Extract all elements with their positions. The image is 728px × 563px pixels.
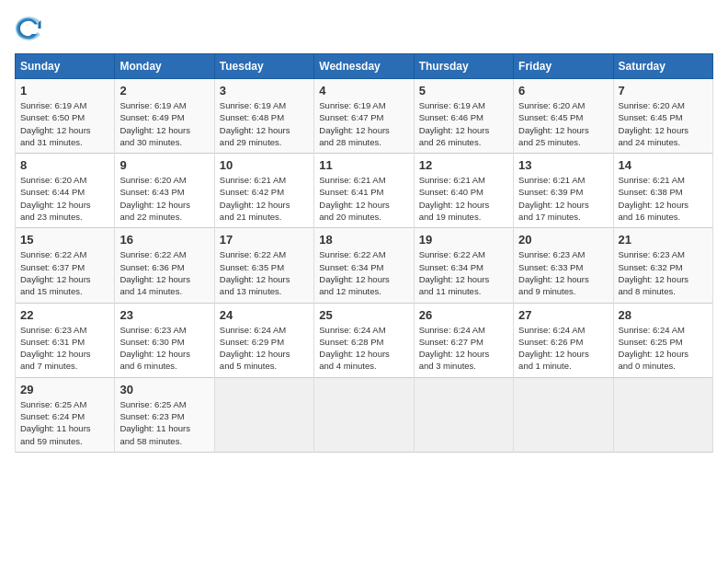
- header-cell-saturday: Saturday: [613, 54, 712, 79]
- day-info: Sunrise: 6:19 AM Sunset: 6:48 PM Dayligh…: [220, 99, 309, 148]
- day-number: 6: [518, 84, 608, 98]
- day-number: 26: [419, 308, 508, 322]
- day-info: Sunrise: 6:23 AM Sunset: 6:33 PM Dayligh…: [518, 248, 608, 297]
- calendar-container: SundayMondayTuesdayWednesdayThursdayFrid…: [0, 0, 728, 462]
- day-cell: 18Sunrise: 6:22 AM Sunset: 6:34 PM Dayli…: [314, 228, 414, 303]
- day-number: 2: [119, 84, 209, 98]
- day-info: Sunrise: 6:19 AM Sunset: 6:47 PM Dayligh…: [319, 99, 408, 148]
- day-number: 7: [619, 84, 708, 98]
- calendar-header: SundayMondayTuesdayWednesdayThursdayFrid…: [16, 54, 713, 79]
- day-info: Sunrise: 6:20 AM Sunset: 6:44 PM Dayligh…: [20, 174, 109, 223]
- day-info: Sunrise: 6:21 AM Sunset: 6:42 PM Dayligh…: [220, 174, 309, 223]
- day-cell: 19Sunrise: 6:22 AM Sunset: 6:34 PM Dayli…: [414, 228, 513, 303]
- day-cell: 22Sunrise: 6:23 AM Sunset: 6:31 PM Dayli…: [16, 303, 115, 377]
- day-info: Sunrise: 6:23 AM Sunset: 6:32 PM Dayligh…: [619, 248, 708, 297]
- day-number: 12: [419, 158, 508, 172]
- day-info: Sunrise: 6:19 AM Sunset: 6:46 PM Dayligh…: [419, 99, 508, 148]
- header-cell-sunday: Sunday: [16, 54, 115, 79]
- day-cell: 12Sunrise: 6:21 AM Sunset: 6:40 PM Dayli…: [414, 154, 513, 228]
- header: [15, 15, 713, 42]
- calendar-body: 1Sunrise: 6:19 AM Sunset: 6:50 PM Daylig…: [16, 79, 713, 453]
- day-info: Sunrise: 6:20 AM Sunset: 6:43 PM Dayligh…: [119, 174, 209, 223]
- day-cell: [414, 377, 513, 452]
- day-number: 18: [319, 233, 408, 247]
- week-row-3: 15Sunrise: 6:22 AM Sunset: 6:37 PM Dayli…: [16, 228, 713, 303]
- day-cell: [613, 377, 712, 452]
- day-cell: 1Sunrise: 6:19 AM Sunset: 6:50 PM Daylig…: [16, 79, 115, 154]
- logo-icon: [15, 15, 42, 42]
- week-row-5: 29Sunrise: 6:25 AM Sunset: 6:24 PM Dayli…: [16, 377, 713, 452]
- day-info: Sunrise: 6:20 AM Sunset: 6:45 PM Dayligh…: [518, 99, 608, 148]
- week-row-4: 22Sunrise: 6:23 AM Sunset: 6:31 PM Dayli…: [16, 303, 713, 377]
- day-info: Sunrise: 6:24 AM Sunset: 6:28 PM Dayligh…: [319, 324, 408, 373]
- day-number: 30: [119, 383, 209, 396]
- header-cell-monday: Monday: [115, 54, 214, 79]
- day-number: 13: [518, 158, 608, 172]
- day-cell: 5Sunrise: 6:19 AM Sunset: 6:46 PM Daylig…: [414, 79, 513, 154]
- day-info: Sunrise: 6:21 AM Sunset: 6:41 PM Dayligh…: [319, 174, 408, 223]
- day-number: 14: [619, 158, 708, 172]
- header-cell-thursday: Thursday: [414, 54, 513, 79]
- day-info: Sunrise: 6:21 AM Sunset: 6:38 PM Dayligh…: [619, 174, 708, 223]
- day-info: Sunrise: 6:23 AM Sunset: 6:30 PM Dayligh…: [119, 324, 209, 373]
- day-info: Sunrise: 6:19 AM Sunset: 6:49 PM Dayligh…: [119, 99, 209, 148]
- day-number: 9: [119, 158, 209, 172]
- day-cell: 9Sunrise: 6:20 AM Sunset: 6:43 PM Daylig…: [115, 154, 214, 228]
- day-cell: 20Sunrise: 6:23 AM Sunset: 6:33 PM Dayli…: [514, 228, 613, 303]
- day-number: 4: [319, 84, 408, 98]
- day-cell: 24Sunrise: 6:24 AM Sunset: 6:29 PM Dayli…: [214, 303, 313, 377]
- day-number: 17: [220, 233, 309, 247]
- day-cell: [314, 377, 414, 452]
- day-cell: 17Sunrise: 6:22 AM Sunset: 6:35 PM Dayli…: [214, 228, 313, 303]
- day-cell: 14Sunrise: 6:21 AM Sunset: 6:38 PM Dayli…: [613, 154, 712, 228]
- day-number: 16: [119, 233, 209, 247]
- day-info: Sunrise: 6:20 AM Sunset: 6:45 PM Dayligh…: [619, 99, 708, 148]
- day-number: 3: [220, 84, 309, 98]
- day-info: Sunrise: 6:21 AM Sunset: 6:40 PM Dayligh…: [419, 174, 508, 223]
- day-info: Sunrise: 6:23 AM Sunset: 6:31 PM Dayligh…: [20, 324, 109, 373]
- day-cell: 6Sunrise: 6:20 AM Sunset: 6:45 PM Daylig…: [514, 79, 613, 154]
- header-cell-friday: Friday: [514, 54, 613, 79]
- day-cell: 8Sunrise: 6:20 AM Sunset: 6:44 PM Daylig…: [16, 154, 115, 228]
- day-number: 21: [619, 233, 708, 247]
- day-info: Sunrise: 6:25 AM Sunset: 6:24 PM Dayligh…: [20, 398, 109, 447]
- day-info: Sunrise: 6:21 AM Sunset: 6:39 PM Dayligh…: [518, 174, 608, 223]
- day-cell: 16Sunrise: 6:22 AM Sunset: 6:36 PM Dayli…: [115, 228, 214, 303]
- day-info: Sunrise: 6:24 AM Sunset: 6:25 PM Dayligh…: [619, 324, 708, 373]
- day-cell: 11Sunrise: 6:21 AM Sunset: 6:41 PM Dayli…: [314, 154, 414, 228]
- header-cell-wednesday: Wednesday: [314, 54, 414, 79]
- week-row-2: 8Sunrise: 6:20 AM Sunset: 6:44 PM Daylig…: [16, 154, 713, 228]
- day-cell: 7Sunrise: 6:20 AM Sunset: 6:45 PM Daylig…: [613, 79, 712, 154]
- day-cell: [214, 377, 313, 452]
- day-info: Sunrise: 6:22 AM Sunset: 6:34 PM Dayligh…: [319, 248, 408, 297]
- day-cell: 15Sunrise: 6:22 AM Sunset: 6:37 PM Dayli…: [16, 228, 115, 303]
- day-number: 8: [20, 158, 109, 172]
- day-cell: 28Sunrise: 6:24 AM Sunset: 6:25 PM Dayli…: [613, 303, 712, 377]
- day-cell: 23Sunrise: 6:23 AM Sunset: 6:30 PM Dayli…: [115, 303, 214, 377]
- day-cell: 27Sunrise: 6:24 AM Sunset: 6:26 PM Dayli…: [514, 303, 613, 377]
- day-cell: 21Sunrise: 6:23 AM Sunset: 6:32 PM Dayli…: [613, 228, 712, 303]
- day-cell: 2Sunrise: 6:19 AM Sunset: 6:49 PM Daylig…: [115, 79, 214, 154]
- day-info: Sunrise: 6:24 AM Sunset: 6:29 PM Dayligh…: [220, 324, 309, 373]
- day-cell: 29Sunrise: 6:25 AM Sunset: 6:24 PM Dayli…: [16, 377, 115, 452]
- day-cell: 26Sunrise: 6:24 AM Sunset: 6:27 PM Dayli…: [414, 303, 513, 377]
- day-number: 29: [20, 383, 109, 396]
- day-cell: 30Sunrise: 6:25 AM Sunset: 6:23 PM Dayli…: [115, 377, 214, 452]
- day-cell: 13Sunrise: 6:21 AM Sunset: 6:39 PM Dayli…: [514, 154, 613, 228]
- day-cell: [514, 377, 613, 452]
- day-number: 19: [419, 233, 508, 247]
- header-cell-tuesday: Tuesday: [214, 54, 313, 79]
- day-number: 10: [220, 158, 309, 172]
- day-number: 15: [20, 233, 109, 247]
- day-info: Sunrise: 6:24 AM Sunset: 6:27 PM Dayligh…: [419, 324, 508, 373]
- day-info: Sunrise: 6:22 AM Sunset: 6:35 PM Dayligh…: [220, 248, 309, 297]
- day-number: 24: [220, 308, 309, 322]
- day-number: 5: [419, 84, 508, 98]
- day-info: Sunrise: 6:22 AM Sunset: 6:36 PM Dayligh…: [119, 248, 209, 297]
- day-info: Sunrise: 6:22 AM Sunset: 6:37 PM Dayligh…: [20, 248, 109, 297]
- day-cell: 25Sunrise: 6:24 AM Sunset: 6:28 PM Dayli…: [314, 303, 414, 377]
- day-cell: 4Sunrise: 6:19 AM Sunset: 6:47 PM Daylig…: [314, 79, 414, 154]
- day-number: 11: [319, 158, 408, 172]
- header-row: SundayMondayTuesdayWednesdayThursdayFrid…: [16, 54, 713, 79]
- calendar-table: SundayMondayTuesdayWednesdayThursdayFrid…: [15, 53, 713, 453]
